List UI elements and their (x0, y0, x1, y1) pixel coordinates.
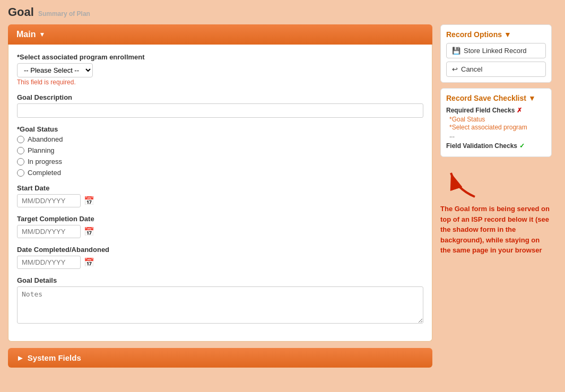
record-options-box: Record Options ▼ 💾 Store Linked Record ↩… (440, 24, 552, 83)
cancel-icon: ↩ (452, 65, 458, 73)
enrollment-required-msg: This field is required. (17, 79, 423, 86)
cancel-label: Cancel (461, 65, 482, 73)
record-options-arrow: ▼ (504, 30, 511, 39)
required-checks-text: Required Field Checks (446, 107, 515, 114)
checklist-ellipsis: ... (449, 132, 546, 139)
store-icon: 💾 (452, 47, 460, 55)
main-section-title: Main (16, 30, 36, 39)
left-panel: Main ▼ *Select associated program enroll… (8, 24, 432, 368)
annotation-arrow-svg (446, 168, 477, 199)
record-options-title: Record Options ▼ (446, 30, 546, 39)
checklist-item-goal-status: *Goal Status (449, 116, 546, 123)
main-section-arrow: ▼ (39, 31, 45, 38)
details-textarea[interactable] (17, 286, 423, 324)
main-section-header[interactable]: Main ▼ (8, 24, 432, 45)
status-radio-group: Abandoned Planning In progress Comp (17, 135, 423, 177)
target-completion-label: Target Completion Date (17, 215, 423, 223)
system-section-title: System Fields (28, 353, 81, 362)
right-panel: Record Options ▼ 💾 Store Linked Record ↩… (440, 24, 552, 256)
status-completed-label: Completed (28, 169, 61, 177)
cancel-button[interactable]: ↩ Cancel (446, 62, 546, 77)
start-date-field-group: Start Date 📅 (17, 184, 423, 207)
content-area: Main ▼ *Select associated program enroll… (8, 24, 557, 368)
details-label: Goal Details (17, 276, 423, 284)
status-abandoned[interactable]: Abandoned (17, 135, 423, 143)
status-in-progress[interactable]: In progress (17, 158, 423, 165)
status-abandoned-radio[interactable] (17, 136, 24, 143)
checklist-title: Record Save Checklist ▼ (446, 94, 546, 102)
start-date-input[interactable] (17, 194, 81, 207)
checklist-title-label: Record Save Checklist (446, 94, 526, 102)
status-completed-radio[interactable] (17, 169, 24, 177)
enrollment-field-group: *Select associated program enrollment --… (17, 53, 423, 86)
date-completed-wrapper: 📅 (17, 256, 423, 269)
main-section-body: *Select associated program enrollment --… (8, 45, 432, 342)
annotation-area: The Goal form is being served on top of … (440, 168, 552, 256)
validation-checks-status: ✓ (519, 142, 525, 150)
validation-checks-label: Field Validation Checks ✓ (446, 142, 546, 150)
enrollment-label: *Select associated program enrollment (17, 53, 423, 61)
target-completion-calendar-icon[interactable]: 📅 (84, 227, 94, 237)
validation-checks-text: Field Validation Checks (446, 142, 517, 150)
description-label: Goal Description (17, 93, 423, 101)
enrollment-select[interactable]: -- Please Select -- (17, 63, 93, 77)
date-completed-label: Date Completed/Abandoned (17, 246, 423, 254)
checklist-item-select-associated: *Select associated program (449, 124, 546, 131)
start-date-label: Start Date (17, 184, 423, 192)
store-linked-record-button[interactable]: 💾 Store Linked Record (446, 43, 546, 58)
system-section-arrow: ► (16, 353, 24, 362)
start-date-calendar-icon[interactable]: 📅 (84, 196, 94, 206)
target-completion-wrapper: 📅 (17, 225, 423, 238)
status-field-group: *Goal Status Abandoned Planning In pr (17, 125, 423, 177)
status-abandoned-label: Abandoned (28, 135, 63, 143)
annotation-text: The Goal form is being served on top of … (440, 204, 552, 256)
record-options-label: Record Options (446, 30, 502, 39)
page-subtitle: Summary of Plan (38, 10, 90, 18)
status-planning-label: Planning (28, 146, 55, 154)
details-field-group: Goal Details (17, 276, 423, 325)
status-planning[interactable]: Planning (17, 146, 423, 154)
page-title: Goal (8, 5, 34, 19)
status-planning-radio[interactable] (17, 147, 24, 154)
description-field-group: Goal Description (17, 93, 423, 118)
annotation-text-content: The Goal form is being served on top of … (440, 205, 550, 254)
store-linked-record-label: Store Linked Record (464, 47, 527, 55)
record-save-checklist-box: Record Save Checklist ▼ Required Field C… (440, 88, 552, 157)
system-section: ► System Fields (8, 348, 432, 368)
required-checks-status: ✗ (517, 107, 522, 114)
status-in-progress-label: In progress (28, 158, 62, 165)
date-completed-input[interactable] (17, 256, 81, 269)
target-completion-input[interactable] (17, 225, 81, 238)
page-title-area: Goal Summary of Plan (8, 5, 557, 19)
status-in-progress-radio[interactable] (17, 158, 24, 165)
status-completed[interactable]: Completed (17, 169, 423, 177)
description-input[interactable] (17, 103, 423, 118)
status-label: *Goal Status (17, 125, 423, 133)
date-completed-field-group: Date Completed/Abandoned 📅 (17, 246, 423, 269)
start-date-wrapper: 📅 (17, 194, 423, 207)
checklist-title-arrow: ▼ (528, 94, 536, 102)
required-checks-label: Required Field Checks ✗ (446, 107, 546, 114)
system-section-header[interactable]: ► System Fields (8, 348, 432, 368)
date-completed-calendar-icon[interactable]: 📅 (84, 257, 94, 267)
target-completion-field-group: Target Completion Date 📅 (17, 215, 423, 238)
